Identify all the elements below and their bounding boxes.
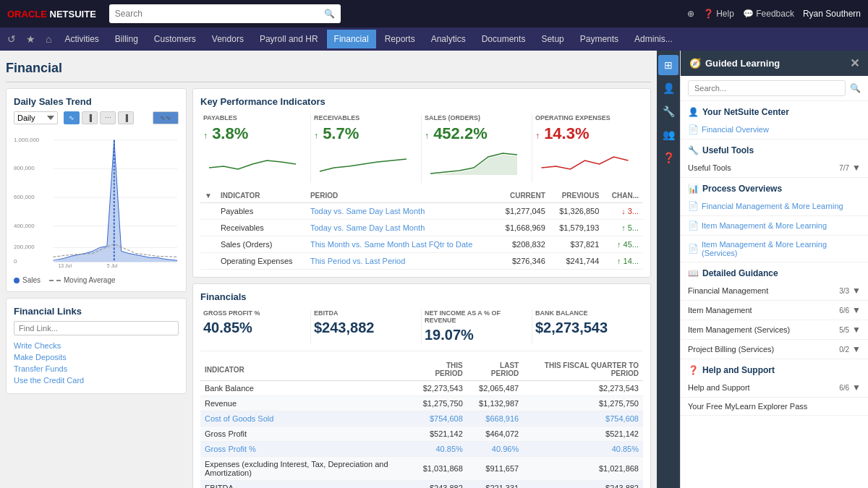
row-previous: $37,821	[550, 236, 603, 253]
financials-table: INDICATOR THIS PERIOD LAST PERIOD THIS F…	[200, 359, 643, 488]
financial-links-search[interactable]	[14, 321, 179, 335]
kpi-card-opex: OPERATING EXPENSES ↑ 14.3%	[532, 114, 643, 183]
row-period[interactable]: Today vs. Same Day Last Month	[306, 220, 495, 236]
user-name[interactable]: Ryan Southern	[803, 9, 861, 19]
menu-vendors[interactable]: Vendors	[205, 30, 251, 48]
useful-tools-item[interactable]: Useful Tools 7/7 ▼	[681, 158, 868, 178]
global-search-bar[interactable]: 🔍	[109, 4, 341, 23]
write-checks-link[interactable]: Write Checks	[14, 340, 179, 351]
financial-mgmt-badge: 3/3	[839, 287, 849, 295]
financial-overview-label: Financial Overview	[702, 125, 769, 134]
financial-mgmt-more-label: Financial Management & More Learning	[702, 202, 843, 210]
kpi-sort-header[interactable]: ▼	[200, 189, 216, 203]
expand-icon: ▼	[852, 382, 861, 393]
people-icon[interactable]: 👥	[658, 124, 678, 145]
svg-text:13 Jul: 13 Jul	[58, 263, 72, 268]
kpi-card-sales: SALES (ORDERS) ↑ 452.2%	[422, 114, 532, 183]
menu-reports[interactable]: Reports	[378, 30, 422, 48]
notifications-icon[interactable]: ⊕	[687, 9, 694, 19]
help-link[interactable]: ❓ Help	[703, 9, 734, 19]
file-icon: 📄	[688, 124, 699, 134]
project-billing-item[interactable]: Project Billing (Services) 0/2 ▼	[681, 340, 868, 359]
menu-payroll[interactable]: Payroll and HR	[252, 30, 326, 48]
grid-icon[interactable]: ⊞	[658, 55, 678, 75]
help-support-item[interactable]: Help and Support 6/6 ▼	[681, 378, 868, 398]
panel-search-input[interactable]	[688, 80, 846, 96]
menu-payments[interactable]: Payments	[573, 30, 626, 48]
kpi-card-receivables: RECEIVABLES ↑ 5.7%	[311, 114, 422, 183]
item-mgmt-services-link[interactable]: 📄 Item Management & More Learning (Servi…	[681, 236, 868, 262]
area-chart-btn[interactable]: ⋯	[100, 111, 116, 124]
chart-controls: Daily Weekly Monthly ∿ ▐ ⋯ ▐ ∿∿	[14, 111, 179, 124]
home-icon[interactable]: ⌂	[41, 30, 56, 48]
wrench-icon[interactable]: 🔧	[658, 101, 678, 121]
fin-indicator: Gross Profit %	[200, 442, 413, 457]
row-indicator: Operating Expenses	[216, 253, 306, 270]
menu-admin[interactable]: Adminis...	[627, 30, 680, 48]
menu-financial[interactable]: Financial	[327, 30, 376, 48]
transfer-funds-link[interactable]: Transfer Funds	[14, 363, 179, 374]
mylearn-item[interactable]: Your Free MyLearn Explorer Pass	[681, 398, 868, 416]
fin-indicator: Cost of Goods Sold	[200, 411, 413, 427]
gross-profit-card: GROSS PROFIT % 40.85%	[200, 309, 311, 343]
row-period[interactable]: Today vs. Same Day Last Month	[306, 203, 495, 220]
table-row: Gross Profit $521,142 $464,072 $521,142	[200, 427, 643, 442]
sales-mini-chart	[425, 146, 523, 175]
credit-card-link[interactable]: Use the Credit Card	[14, 374, 179, 386]
bar-chart-btn[interactable]: ▐	[82, 111, 98, 124]
svg-text:400,000: 400,000	[14, 223, 35, 229]
item-mgmt-more-link[interactable]: 📄 Item Management & More Learning	[681, 216, 868, 236]
financial-mgmt-label: Financial Management	[688, 286, 839, 295]
receivables-mini-chart	[314, 146, 412, 175]
item-mgmt-services-label: Item Management (Services)	[688, 325, 839, 334]
expand-icon: ▼	[852, 305, 861, 315]
svg-marker-12	[54, 140, 177, 262]
column-chart-btn[interactable]: ▐	[118, 111, 134, 124]
fin-indicator: Bank Balance	[200, 381, 413, 396]
table-row: Gross Profit % 40.85% 40.96% 40.85%	[200, 442, 643, 457]
wave-chart-btn[interactable]: ∿∿	[153, 111, 179, 124]
financial-mgmt-more-link[interactable]: 📄 Financial Management & More Learning	[681, 197, 868, 216]
help-section-title: ❓ Help and Support	[681, 359, 868, 378]
item-mgmt-services-item[interactable]: Item Management (Services) 5/5 ▼	[681, 320, 868, 340]
row-period[interactable]: This Period vs. Last Period	[306, 253, 495, 270]
bank-balance-value: $2,273,543	[535, 320, 634, 336]
receivables-arrow: ↑	[314, 131, 318, 141]
panel-header-left: 🧭 Guided Learning	[689, 58, 780, 69]
bank-balance-card: BANK BALANCE $2,273,543	[532, 309, 643, 343]
financial-overview-link[interactable]: 📄 Financial Overview	[681, 120, 868, 140]
kpi-payables-label: PAYABLES	[203, 114, 302, 121]
panel-body: 👤 Your NetSuite Center 📄 Financial Overv…	[681, 101, 868, 488]
history-icon[interactable]: ↺	[3, 30, 20, 48]
search-input[interactable]	[115, 9, 324, 19]
item-mgmt-item[interactable]: Item Management 6/6 ▼	[681, 301, 868, 320]
net-income-card: NET INCOME AS A % OF REVENUE 19.07%	[422, 309, 532, 343]
make-deposits-link[interactable]: Make Deposits	[14, 351, 179, 363]
panel-close-button[interactable]: ✕	[850, 56, 859, 70]
opex-mini-chart	[535, 146, 634, 175]
menu-billing[interactable]: Billing	[108, 30, 145, 48]
period-select[interactable]: Daily Weekly Monthly	[14, 111, 58, 124]
menu-activities[interactable]: Activities	[57, 30, 106, 48]
mylearn-label: Your Free MyLearn Explorer Pass	[688, 402, 861, 411]
svg-text:200,000: 200,000	[14, 244, 35, 250]
menu-customers[interactable]: Customers	[147, 30, 203, 48]
row-arrow	[200, 236, 216, 253]
info-icon[interactable]: ❓	[658, 147, 678, 168]
row-previous: $241,744	[550, 253, 603, 270]
feedback-link[interactable]: 💬 Feedback	[743, 9, 794, 19]
favorites-icon[interactable]: ★	[22, 30, 40, 48]
fin-quarter: $1,275,750	[523, 396, 643, 411]
row-period[interactable]: This Month vs. Same Month Last FQtr to D…	[306, 236, 495, 253]
kpi-section: Key Performance Indicators PAYABLES ↑ 3.…	[192, 88, 651, 278]
user-icon[interactable]: 👤	[658, 78, 678, 98]
menu-setup[interactable]: Setup	[534, 30, 571, 48]
panel-search-bar: 🔍	[681, 76, 868, 101]
panel-search-icon[interactable]: 🔍	[850, 83, 861, 93]
table-row: EBITDA $243,882 $221,331 $243,882	[200, 481, 643, 489]
bank-balance-label: BANK BALANCE	[535, 309, 634, 317]
menu-analytics[interactable]: Analytics	[424, 30, 473, 48]
line-chart-btn[interactable]: ∿	[64, 111, 80, 124]
menu-documents[interactable]: Documents	[475, 30, 533, 48]
financial-mgmt-item[interactable]: Financial Management 3/3 ▼	[681, 281, 868, 301]
